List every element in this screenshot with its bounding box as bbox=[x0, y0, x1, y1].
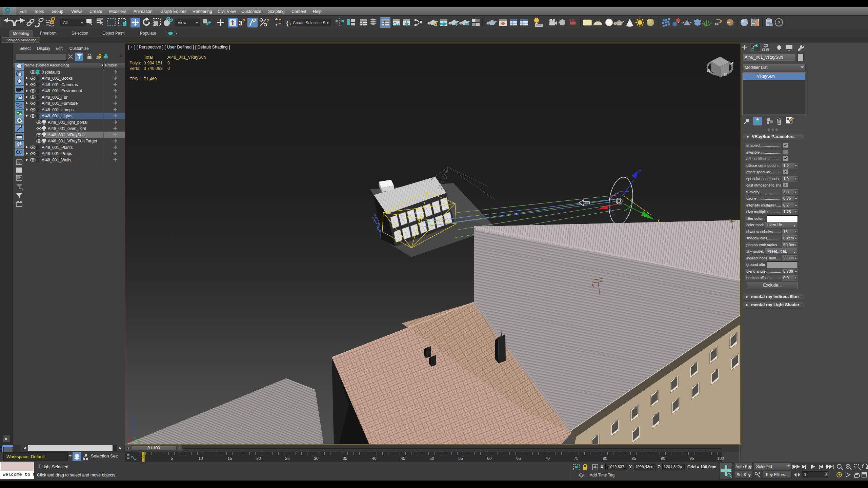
svg-text:AI48_001_Plants: AI48_001_Plants bbox=[42, 145, 73, 150]
svg-text:y: y bbox=[658, 217, 660, 222]
svg-text:[ + ] [ Perspective ] [ User D: [ + ] [ Perspective ] [ User Defined ] [… bbox=[128, 45, 230, 50]
svg-text:Polys:: Polys: bbox=[129, 61, 141, 65]
svg-text:AI48_001_VRaySun: AI48_001_VRaySun bbox=[48, 133, 85, 137]
svg-text:?: ? bbox=[254, 18, 256, 23]
svg-text:AI48_001_Fur: AI48_001_Fur bbox=[42, 95, 67, 100]
svg-text:AI48_001_oven_light: AI48_001_oven_light bbox=[48, 126, 86, 131]
svg-text:0: 0 bbox=[167, 66, 170, 71]
svg-text:0x: 0x bbox=[727, 21, 730, 24]
svg-text:AI48_001_Enviroment: AI48_001_Enviroment bbox=[42, 89, 82, 93]
svg-text:0: 0 bbox=[167, 61, 170, 65]
svg-text:?: ? bbox=[243, 18, 245, 23]
svg-text:?: ? bbox=[778, 20, 781, 25]
svg-text:AI48_001_VRaySun.Target: AI48_001_VRaySun.Target bbox=[48, 139, 97, 143]
svg-text:Total: Total bbox=[144, 55, 153, 60]
svg-text:AI48_001_VRaySun: AI48_001_VRaySun bbox=[167, 55, 206, 60]
svg-text:AI48_001_light_portal: AI48_001_light_portal bbox=[48, 120, 87, 125]
svg-text:View: View bbox=[178, 20, 186, 25]
svg-text:AI48_001_Lights: AI48_001_Lights bbox=[42, 114, 72, 118]
svg-text:AI48_001_Furniture: AI48_001_Furniture bbox=[42, 101, 78, 106]
svg-text:AI48_001_Walls: AI48_001_Walls bbox=[42, 158, 71, 162]
svg-text:HF: HF bbox=[715, 22, 719, 26]
svg-text:3 994 151: 3 994 151 bbox=[144, 61, 163, 65]
svg-text:Verts:: Verts: bbox=[129, 66, 140, 71]
svg-text:AI48_001_Lamps: AI48_001_Lamps bbox=[42, 108, 74, 112]
svg-text:Create Selection Se: Create Selection Se bbox=[293, 21, 327, 25]
svg-text:AI48_001_Props: AI48_001_Props bbox=[42, 151, 72, 156]
svg-text:{: { bbox=[286, 19, 289, 26]
svg-text:All: All bbox=[63, 20, 67, 25]
svg-text:3: 3 bbox=[239, 19, 243, 27]
svg-text:0 (default): 0 (default) bbox=[42, 70, 60, 75]
svg-text:AI48_001_Cameras: AI48_001_Cameras bbox=[42, 82, 78, 87]
svg-text:W: W bbox=[707, 69, 710, 73]
svg-text:?: ? bbox=[266, 18, 269, 23]
svg-text:71,469: 71,469 bbox=[144, 77, 157, 81]
svg-text:AI48_001_Books: AI48_001_Books bbox=[42, 76, 73, 81]
svg-text:z: z bbox=[132, 416, 134, 420]
svg-text:VRaySun: VRaySun bbox=[408, 211, 424, 215]
svg-text:»: » bbox=[121, 53, 123, 57]
svg-text:N: N bbox=[724, 73, 727, 77]
svg-text:FPS:: FPS: bbox=[129, 77, 139, 81]
svg-text:3 740 088: 3 740 088 bbox=[144, 66, 163, 71]
